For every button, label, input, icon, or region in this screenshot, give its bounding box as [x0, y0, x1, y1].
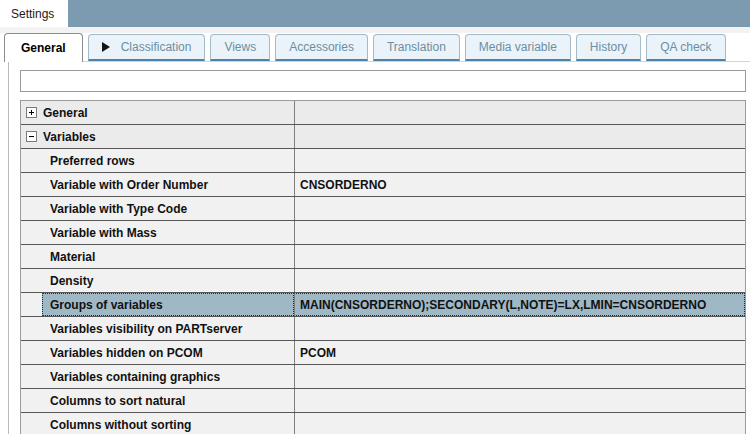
property-value-cell[interactable] — [294, 221, 745, 244]
property-value-cell[interactable] — [294, 269, 745, 292]
property-row-groups-of-variables[interactable]: Groups of variablesMAIN(CNSORDERNO);SECO… — [21, 293, 745, 317]
tab-views[interactable]: Views — [210, 34, 270, 61]
row-indent — [21, 317, 42, 340]
tab-label: Media variable — [479, 40, 557, 54]
property-row-variable-with-order-number[interactable]: Variable with Order NumberCNSORDERNO — [21, 173, 745, 197]
row-indent — [21, 173, 42, 196]
property-label-cell: Variable with Order Number — [42, 173, 294, 196]
property-row-preferred-rows[interactable]: Preferred rows — [21, 149, 745, 173]
tab-media-variable[interactable]: Media variable — [465, 34, 571, 61]
property-value-cell[interactable] — [294, 317, 745, 340]
tab-label: General — [21, 41, 66, 55]
tab-content-panel: GeneralVariablesPreferred rowsVariable w… — [8, 61, 750, 434]
property-row-columns-to-sort-natural[interactable]: Columns to sort natural — [21, 389, 745, 413]
property-label-cell: Variable with Mass — [42, 221, 294, 244]
property-value-cell[interactable]: PCOM — [294, 341, 745, 364]
row-indent — [21, 221, 42, 244]
row-indent — [21, 341, 42, 364]
property-label-cell: Preferred rows — [42, 149, 294, 172]
property-row-variables-containing-graphics[interactable]: Variables containing graphics — [21, 365, 745, 389]
property-row-variables-hidden-on-pcom[interactable]: Variables hidden on PCOMPCOM — [21, 341, 745, 365]
property-row-density[interactable]: Density — [21, 269, 745, 293]
property-value-cell[interactable]: MAIN(CNSORDERNO);SECONDARY(L,NOTE)=LX,LM… — [294, 293, 745, 316]
category-row-general[interactable]: General — [21, 101, 745, 125]
expand-plus-icon[interactable] — [26, 107, 37, 118]
property-label-cell: Variable with Type Code — [42, 197, 294, 220]
property-value-cell[interactable] — [294, 149, 745, 172]
category-label: Variables — [43, 130, 96, 144]
tab-classification[interactable]: Classification — [88, 34, 206, 61]
row-indent — [21, 269, 42, 292]
property-value-cell[interactable]: CNSORDERNO — [294, 173, 745, 196]
category-label-cell: Variables — [21, 125, 294, 148]
document-tab-bar: Settings — [0, 0, 750, 27]
property-value-cell[interactable] — [294, 365, 745, 388]
row-indent — [21, 293, 42, 316]
property-grid: GeneralVariablesPreferred rowsVariable w… — [20, 100, 746, 434]
tab-label: Classification — [121, 40, 192, 54]
category-label-cell: General — [21, 101, 294, 124]
tab-translation[interactable]: Translation — [373, 34, 460, 61]
row-indent — [21, 197, 42, 220]
tab-qa-check[interactable]: QA check — [646, 34, 725, 61]
tab-label: Views — [224, 40, 256, 54]
property-label-cell: Groups of variables — [42, 293, 294, 316]
tab-general[interactable]: General — [4, 33, 83, 62]
tab-history[interactable]: History — [576, 34, 641, 61]
collapse-minus-icon[interactable] — [26, 131, 37, 142]
property-label-cell: Variables visibility on PARTserver — [42, 317, 294, 340]
property-label-cell: Material — [42, 245, 294, 268]
tab-label: QA check — [660, 40, 711, 54]
property-row-variable-with-mass[interactable]: Variable with Mass — [21, 221, 745, 245]
row-indent — [21, 245, 42, 268]
row-indent — [21, 365, 42, 388]
document-tab-settings[interactable]: Settings — [0, 0, 68, 27]
document-tab-label: Settings — [11, 7, 54, 21]
settings-window: Settings GeneralClassificationViewsAcces… — [0, 0, 750, 434]
tab-strip: GeneralClassificationViewsAccessoriesTra… — [0, 33, 750, 61]
row-indent — [21, 413, 42, 434]
property-value-cell[interactable] — [294, 413, 745, 434]
category-row-variables[interactable]: Variables — [21, 125, 745, 149]
tab-label: Translation — [387, 40, 446, 54]
category-label: General — [43, 106, 88, 120]
property-row-variable-with-type-code[interactable]: Variable with Type Code — [21, 197, 745, 221]
property-label-cell: Variables hidden on PCOM — [42, 341, 294, 364]
property-value-cell[interactable] — [294, 245, 745, 268]
property-label-cell: Variables containing graphics — [42, 365, 294, 388]
property-row-columns-without-sorting[interactable]: Columns without sorting — [21, 413, 745, 434]
property-row-material[interactable]: Material — [21, 245, 745, 269]
tab-label: History — [590, 40, 627, 54]
property-label-cell: Density — [42, 269, 294, 292]
row-indent — [21, 389, 42, 412]
property-label-cell: Columns to sort natural — [42, 389, 294, 412]
property-value-cell[interactable] — [294, 125, 745, 148]
property-row-variables-visibility-on-partserver[interactable]: Variables visibility on PARTserver — [21, 317, 745, 341]
property-value-cell[interactable] — [294, 101, 745, 124]
property-value-cell[interactable] — [294, 197, 745, 220]
property-label-cell: Columns without sorting — [42, 413, 294, 434]
expand-arrow-icon — [102, 42, 110, 52]
row-indent — [21, 149, 42, 172]
tab-label: Accessories — [289, 40, 354, 54]
property-value-cell[interactable] — [294, 389, 745, 412]
tab-accessories[interactable]: Accessories — [275, 34, 368, 61]
document-tab-bar-fill — [68, 0, 750, 27]
filter-input[interactable] — [20, 70, 746, 92]
